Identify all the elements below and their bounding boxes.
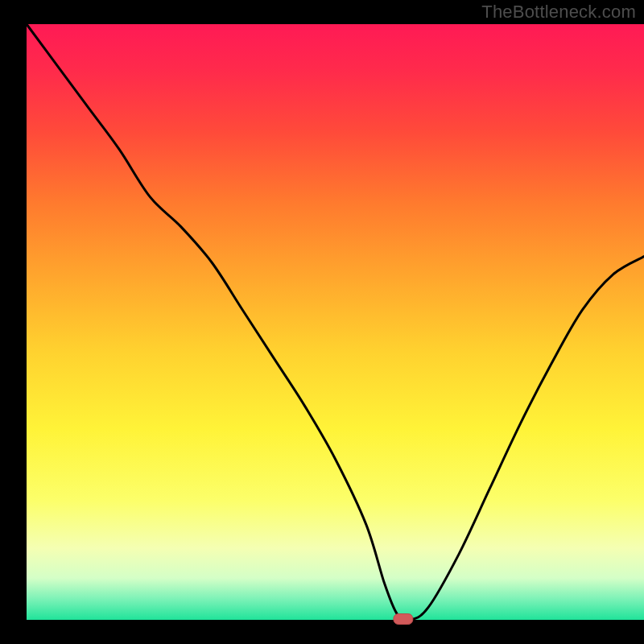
chart-frame: TheBottleneck.com	[0, 0, 644, 644]
plot-background	[27, 24, 644, 620]
watermark-text: TheBottleneck.com	[481, 2, 636, 23]
bottleneck-chart	[0, 0, 644, 644]
optimal-point-marker	[394, 614, 413, 625]
